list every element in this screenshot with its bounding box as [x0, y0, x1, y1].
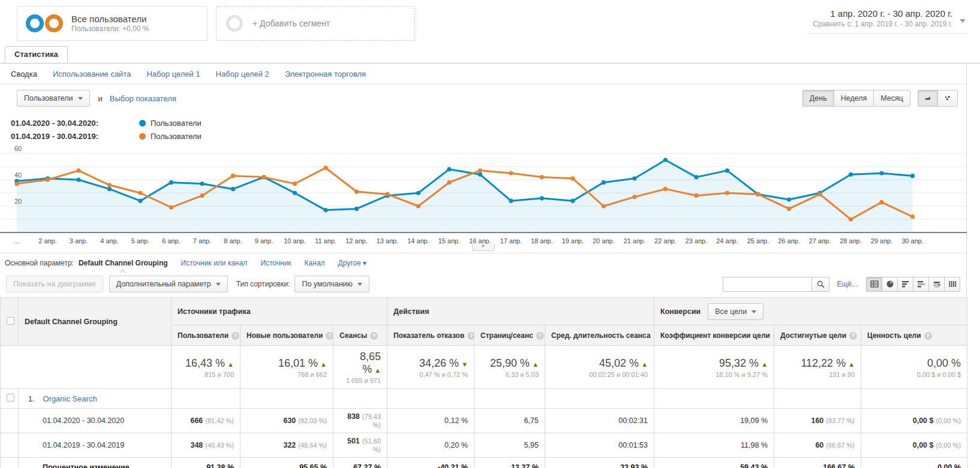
data-point[interactable] — [632, 176, 636, 180]
metric-column-header[interactable]: Ценность цели? — [861, 325, 967, 346]
advanced-more-link[interactable]: Ещё... — [837, 280, 858, 288]
data-point[interactable] — [663, 187, 668, 191]
metric-picker-link[interactable]: Выбор показателя — [110, 94, 176, 103]
dimension-link[interactable]: Канал — [305, 259, 325, 267]
data-point[interactable] — [138, 199, 142, 203]
metric-column-header[interactable]: Показатель отказов? — [387, 325, 474, 346]
data-point[interactable] — [261, 175, 266, 179]
data-point[interactable] — [725, 191, 729, 195]
data-point[interactable] — [138, 191, 142, 195]
data-point[interactable] — [447, 180, 451, 185]
data-point[interactable] — [231, 174, 235, 178]
data-point[interactable] — [725, 168, 729, 173]
select-all-checkbox[interactable] — [7, 317, 14, 325]
sort-type-select[interactable]: По умолчанию — [294, 276, 369, 292]
data-point[interactable] — [107, 183, 112, 187]
report-link-active[interactable]: Сводка — [11, 70, 37, 78]
granularity-button[interactable]: Неделя — [834, 90, 874, 107]
line-chart-view-button[interactable] — [918, 90, 938, 107]
granularity-button[interactable]: День — [802, 90, 834, 107]
data-point[interactable] — [879, 200, 883, 204]
metric-column-header[interactable]: Сред. длительность сеанса? — [545, 325, 654, 346]
data-point[interactable] — [570, 199, 575, 203]
tab-statistics[interactable]: Статистика — [5, 46, 68, 63]
data-point[interactable] — [602, 204, 606, 208]
secondary-dimension-button[interactable]: Дополнительный параметр — [109, 276, 228, 292]
granularity-button[interactable]: Месяц — [873, 90, 910, 107]
data-point[interactable] — [76, 168, 80, 173]
data-point[interactable] — [478, 168, 482, 173]
motion-chart-view-button[interactable] — [937, 90, 958, 107]
table-view-button[interactable] — [866, 277, 882, 292]
data-point[interactable] — [540, 196, 544, 200]
data-point[interactable] — [694, 175, 698, 179]
data-point[interactable] — [231, 187, 235, 191]
report-link-item[interactable]: Набор целей 2 — [216, 70, 269, 78]
performance-view-button[interactable] — [897, 277, 913, 292]
data-point[interactable] — [354, 207, 359, 211]
plot-rows-button[interactable]: Показать на диаграмме — [6, 276, 103, 292]
pivot-view-button[interactable] — [944, 277, 960, 292]
data-point[interactable] — [76, 177, 80, 182]
date-range-picker[interactable]: 1 апр. 2020 г. - 30 апр. 2020 г. Сравнит… — [807, 6, 968, 34]
data-point[interactable] — [910, 174, 915, 178]
data-point[interactable] — [478, 173, 482, 177]
data-point[interactable] — [169, 180, 173, 185]
goal-select[interactable]: Все цели — [708, 303, 763, 320]
data-point[interactable] — [14, 182, 19, 186]
data-point[interactable] — [509, 171, 513, 175]
data-point[interactable] — [849, 173, 853, 177]
chart-collapse-button[interactable]: ▾ — [472, 244, 495, 251]
report-link-item[interactable]: Электронная торговля — [285, 70, 366, 78]
data-point[interactable] — [416, 204, 420, 208]
data-point[interactable] — [632, 195, 636, 199]
data-point[interactable] — [293, 191, 297, 195]
data-point[interactable] — [663, 158, 668, 162]
term-cloud-view-button[interactable] — [928, 277, 945, 292]
dimension-column-header[interactable]: Default Channel Grouping — [19, 298, 172, 346]
data-point[interactable] — [879, 171, 883, 175]
data-point[interactable] — [354, 189, 359, 194]
metric-select[interactable]: Пользователи — [17, 90, 90, 107]
help-icon[interactable]: ? — [232, 332, 239, 340]
help-icon[interactable]: ? — [370, 332, 378, 340]
data-point[interactable] — [602, 180, 606, 185]
search-input[interactable] — [723, 277, 811, 292]
data-point[interactable] — [416, 191, 420, 195]
data-point[interactable] — [169, 206, 173, 210]
data-point[interactable] — [385, 192, 389, 197]
data-point[interactable] — [323, 208, 327, 212]
data-point[interactable] — [447, 167, 451, 171]
comparison-view-button[interactable] — [913, 277, 929, 292]
metric-column-header[interactable]: Достигнутые цели? — [774, 325, 861, 346]
data-point[interactable] — [817, 192, 822, 197]
metric-column-header[interactable]: Страниц/сеанс? — [474, 325, 545, 346]
row-checkbox[interactable] — [7, 394, 14, 401]
data-point[interactable] — [200, 194, 204, 198]
data-point[interactable] — [787, 207, 791, 211]
report-link-item[interactable]: Набор целей 1 — [146, 70, 200, 78]
data-point[interactable] — [200, 182, 204, 186]
data-point[interactable] — [787, 197, 791, 201]
help-icon[interactable]: ? — [467, 332, 474, 340]
metric-column-header[interactable]: Пользователи?↓ — [172, 325, 241, 346]
add-segment-button[interactable]: + Добавить сегмент — [216, 6, 415, 41]
data-point[interactable] — [756, 192, 760, 197]
dimension-default-channel-grouping[interactable]: Default Channel Grouping — [79, 259, 168, 267]
metric-column-header[interactable]: Сеансы? — [333, 325, 387, 346]
report-link-item[interactable]: Использование сайта — [53, 70, 131, 78]
dimension-link[interactable]: Источник — [260, 259, 291, 267]
metric-column-header[interactable]: Коэффициент конверсии цели? — [654, 325, 774, 346]
help-icon[interactable]: ? — [536, 332, 544, 340]
data-point[interactable] — [540, 175, 544, 179]
channel-link[interactable]: Organic Search — [43, 394, 97, 403]
data-point[interactable] — [107, 187, 112, 191]
data-point[interactable] — [323, 166, 327, 170]
help-icon[interactable]: ? — [924, 332, 932, 340]
data-point[interactable] — [570, 176, 575, 180]
dimension-link[interactable]: Источник или канал — [181, 259, 248, 267]
data-point[interactable] — [293, 182, 297, 186]
chart-canvas[interactable]: 204060…2 апр.3 апр.4 апр.5 апр.6 апр.7 а… — [0, 144, 967, 248]
help-icon[interactable]: ? — [849, 332, 857, 340]
data-point[interactable] — [694, 194, 698, 198]
